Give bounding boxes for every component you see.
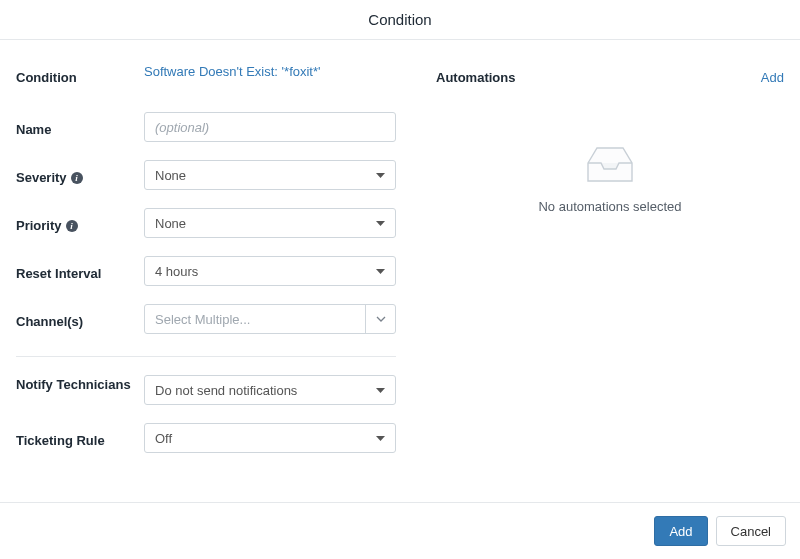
channels-multiselect[interactable]: Select Multiple... — [144, 304, 396, 334]
severity-select[interactable]: None — [144, 160, 396, 190]
condition-modal: Condition Condition Software Doesn't Exi… — [0, 0, 800, 559]
chevron-down-icon — [365, 305, 395, 333]
priority-label: Priority i — [16, 212, 144, 234]
ticketing-select[interactable]: Off — [144, 423, 396, 453]
modal-footer: Add Cancel — [0, 503, 800, 559]
name-label: Name — [16, 116, 144, 138]
automations-add-link[interactable]: Add — [761, 70, 784, 85]
ticketing-label: Ticketing Rule — [16, 427, 144, 449]
automations-header: Automations Add — [436, 64, 784, 85]
info-icon[interactable]: i — [66, 220, 78, 232]
condition-label: Condition — [16, 64, 144, 86]
row-condition: Condition Software Doesn't Exist: '*foxi… — [16, 64, 396, 94]
row-notify: Notify Technicians Do not send notificat… — [16, 375, 396, 405]
channels-placeholder: Select Multiple... — [145, 305, 365, 333]
inbox-icon — [584, 145, 636, 185]
automations-empty-state: No automations selected — [436, 145, 784, 214]
channels-label: Channel(s) — [16, 308, 144, 330]
form-divider — [16, 356, 396, 357]
form-column: Condition Software Doesn't Exist: '*foxi… — [16, 64, 396, 490]
row-channels: Channel(s) Select Multiple... — [16, 304, 396, 334]
reset-interval-select[interactable]: 4 hours — [144, 256, 396, 286]
row-reset-interval: Reset Interval 4 hours — [16, 256, 396, 286]
row-name: Name — [16, 112, 396, 142]
modal-body: Condition Software Doesn't Exist: '*foxi… — [0, 40, 800, 503]
row-ticketing: Ticketing Rule Off — [16, 423, 396, 453]
cancel-button[interactable]: Cancel — [716, 516, 786, 546]
row-severity: Severity i None — [16, 160, 396, 190]
condition-value-link[interactable]: Software Doesn't Exist: '*foxit*' — [144, 58, 321, 79]
add-button[interactable]: Add — [654, 516, 707, 546]
priority-select[interactable]: None — [144, 208, 396, 238]
automations-title: Automations — [436, 70, 515, 85]
row-priority: Priority i None — [16, 208, 396, 238]
name-field[interactable] — [144, 112, 396, 142]
notify-select[interactable]: Do not send notifications — [144, 375, 396, 405]
info-icon[interactable]: i — [71, 172, 83, 184]
severity-label: Severity i — [16, 164, 144, 186]
modal-title: Condition — [0, 0, 800, 40]
reset-interval-label: Reset Interval — [16, 260, 144, 282]
automations-empty-text: No automations selected — [538, 199, 681, 214]
notify-label: Notify Technicians — [16, 375, 144, 393]
automations-column: Automations Add No automations selected — [396, 64, 784, 490]
